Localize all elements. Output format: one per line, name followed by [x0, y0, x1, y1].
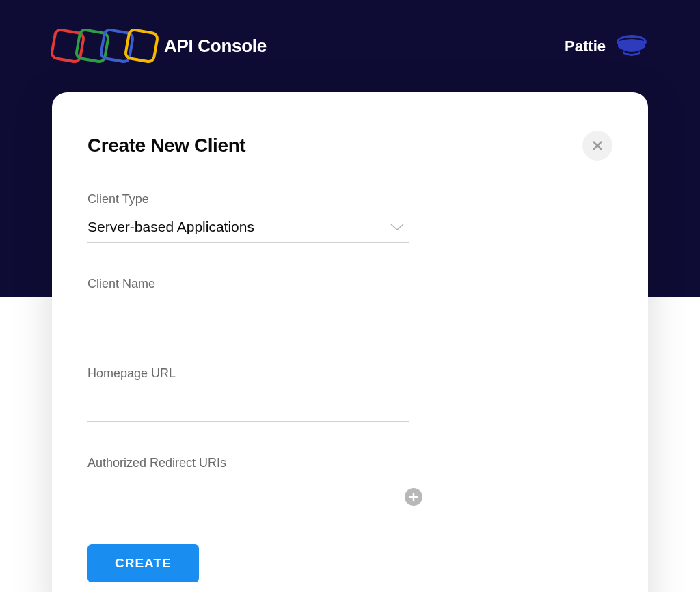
client-name-group: Client Name	[88, 277, 409, 332]
logo-section: API Console	[52, 27, 267, 65]
card-header: Create New Client	[88, 131, 612, 161]
avatar-icon	[615, 35, 648, 58]
homepage-url-group: Homepage URL	[88, 366, 409, 422]
close-icon	[591, 139, 604, 152]
client-name-input[interactable]	[88, 304, 409, 332]
app-title: API Console	[164, 36, 267, 57]
homepage-url-input[interactable]	[88, 393, 409, 422]
redirect-uri-input[interactable]	[88, 483, 395, 511]
app-header: API Console Pattie	[0, 0, 700, 92]
create-client-card: Create New Client Client Type Server-bas…	[52, 92, 648, 592]
redirect-uris-label: Authorized Redirect URIs	[88, 456, 422, 470]
redirect-uri-row	[88, 483, 422, 511]
chevron-down-icon	[390, 223, 405, 231]
user-section[interactable]: Pattie	[565, 35, 648, 58]
homepage-url-label: Homepage URL	[88, 366, 409, 381]
logo-icon	[52, 27, 154, 65]
client-type-select[interactable]: Server-based Applications	[88, 219, 409, 243]
client-type-label: Client Type	[88, 192, 409, 206]
close-button[interactable]	[582, 131, 612, 161]
user-name: Pattie	[565, 38, 606, 55]
client-name-label: Client Name	[88, 277, 409, 291]
card-title: Create New Client	[88, 135, 245, 157]
client-type-group: Client Type Server-based Applications	[88, 192, 409, 243]
plus-icon	[409, 492, 418, 502]
redirect-uris-group: Authorized Redirect URIs	[88, 456, 422, 511]
add-uri-button[interactable]	[405, 488, 422, 506]
client-type-value: Server-based Applications	[88, 219, 254, 235]
create-button[interactable]: CREATE	[88, 544, 199, 582]
